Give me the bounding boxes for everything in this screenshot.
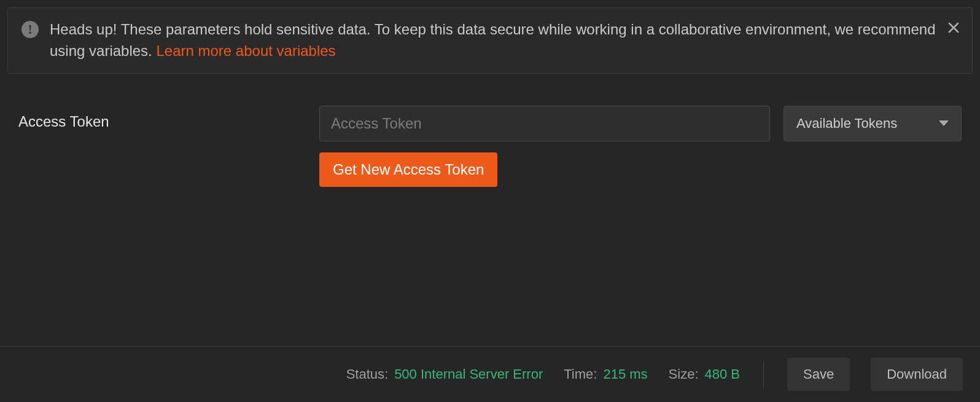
access-token-row: Access Token Available Tokens Get New Ac…: [18, 106, 962, 187]
chevron-down-icon: [939, 120, 949, 126]
divider: [763, 361, 764, 388]
size-stat: Size: 480 B: [669, 366, 740, 382]
save-button[interactable]: Save: [787, 358, 850, 391]
close-icon[interactable]: [947, 22, 960, 36]
status-stat: Status: 500 Internal Server Error: [346, 366, 543, 382]
size-value: 480 B: [705, 366, 741, 382]
form-body: Access Token Available Tokens Get New Ac…: [7, 74, 973, 187]
access-token-input[interactable]: [319, 106, 770, 141]
time-label: Time:: [564, 366, 597, 382]
auth-settings-panel: ! Heads up! These parameters hold sensit…: [0, 0, 980, 402]
dropdown-label: Available Tokens: [796, 116, 897, 132]
available-tokens-dropdown[interactable]: Available Tokens: [784, 106, 962, 141]
sensitive-data-alert: ! Heads up! These parameters hold sensit…: [7, 7, 973, 74]
access-token-controls: Available Tokens Get New Access Token: [319, 106, 962, 187]
time-stat: Time: 215 ms: [564, 366, 647, 382]
response-status-bar: Status: 500 Internal Server Error Time: …: [0, 346, 980, 402]
access-token-label: Access Token: [18, 106, 307, 130]
alert-text: Heads up! These parameters hold sensitiv…: [50, 19, 938, 62]
size-label: Size:: [669, 366, 699, 382]
alert-lead: Heads up!: [50, 21, 117, 37]
status-label: Status:: [346, 366, 388, 382]
access-token-input-line: Available Tokens: [319, 106, 962, 141]
learn-more-link[interactable]: Learn more about variables: [156, 42, 335, 59]
status-value: 500 Internal Server Error: [394, 366, 543, 382]
download-button[interactable]: Download: [871, 358, 963, 391]
time-value: 215 ms: [603, 366, 647, 382]
exclamation-icon: !: [21, 21, 39, 38]
get-new-access-token-button[interactable]: Get New Access Token: [319, 152, 497, 187]
